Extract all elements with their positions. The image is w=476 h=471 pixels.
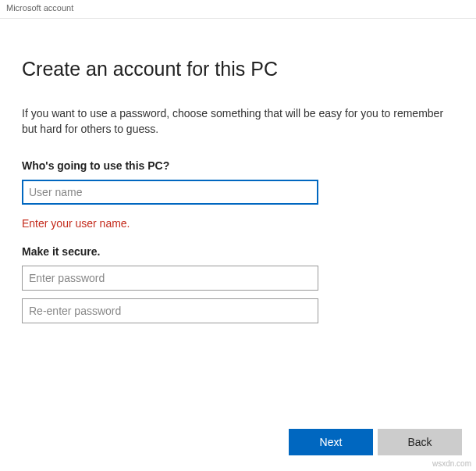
page-description: If you want to use a password, choose so…	[22, 105, 454, 137]
username-input[interactable]	[22, 180, 318, 205]
watermark: wsxdn.com	[432, 459, 471, 468]
next-button[interactable]: Next	[289, 429, 373, 455]
main-content: Create an account for this PC If you wan…	[0, 19, 476, 331]
confirm-password-input[interactable]	[22, 298, 318, 323]
back-button[interactable]: Back	[378, 429, 462, 455]
page-heading: Create an account for this PC	[22, 58, 454, 80]
section-label-user: Who's going to use this PC?	[22, 159, 454, 172]
footer-buttons: Next Back	[289, 429, 462, 455]
password-input[interactable]	[22, 266, 318, 291]
window-title: Microsoft account	[6, 3, 73, 12]
section-label-secure: Make it secure.	[22, 245, 454, 258]
username-error: Enter your user name.	[22, 217, 454, 230]
window-titlebar: Microsoft account	[0, 0, 476, 19]
